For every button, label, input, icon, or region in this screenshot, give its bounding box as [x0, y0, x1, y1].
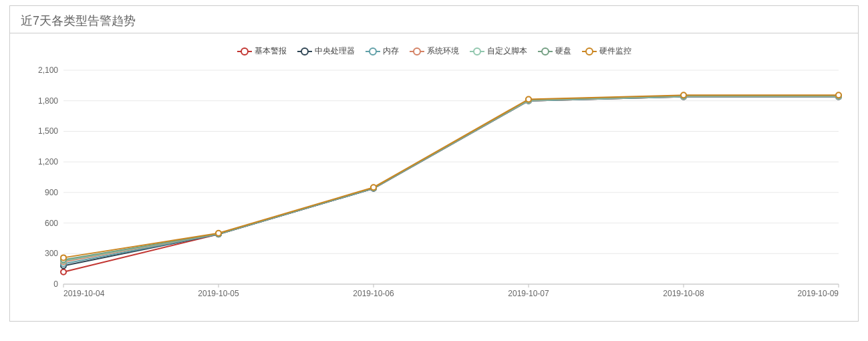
series-point[interactable] [836, 92, 841, 98]
chart-area: 基本警报中央处理器内存系统环境自定义脚本硬盘硬件监控 03006009001,2… [10, 33, 858, 321]
legend-label: 基本警报 [255, 45, 287, 57]
series-line-4 [63, 96, 839, 261]
legend-item-6[interactable]: 硬件监控 [582, 45, 631, 57]
y-tick-label: 1,800 [38, 96, 58, 106]
series-point[interactable] [61, 269, 66, 275]
line-chart: 03006009001,2001,5001,8002,1002019-10-04… [10, 57, 852, 311]
y-tick-label: 2,100 [38, 66, 58, 75]
card-title: 近7天各类型告警趋势 [10, 6, 858, 33]
legend-label: 中央处理器 [315, 45, 355, 57]
legend-label: 系统环境 [427, 45, 459, 57]
legend-item-2[interactable]: 内存 [366, 45, 399, 57]
x-tick-label: 2019-10-09 [798, 289, 839, 298]
legend-swatch-icon [582, 48, 597, 55]
legend-item-0[interactable]: 基本警报 [237, 45, 287, 57]
legend-swatch-icon [297, 48, 312, 55]
legend-item-4[interactable]: 自定义脚本 [470, 45, 527, 57]
series-line-5 [63, 96, 839, 259]
chart-legend: 基本警报中央处理器内存系统环境自定义脚本硬盘硬件监控 [10, 33, 858, 57]
legend-item-3[interactable]: 系统环境 [410, 45, 459, 57]
series-point[interactable] [216, 231, 221, 236]
series-point[interactable] [371, 185, 376, 190]
legend-swatch-icon [410, 48, 424, 55]
legend-swatch-icon [470, 48, 484, 55]
series-line-6 [63, 95, 839, 257]
x-tick-label: 2019-10-05 [198, 289, 239, 298]
series-point[interactable] [681, 92, 686, 98]
series-point[interactable] [61, 255, 66, 260]
y-tick-label: 900 [45, 188, 58, 197]
chart-card: 近7天各类型告警趋势 基本警报中央处理器内存系统环境自定义脚本硬盘硬件监控 03… [9, 5, 859, 322]
legend-label: 自定义脚本 [487, 45, 527, 57]
y-tick-label: 1,200 [38, 157, 58, 166]
legend-label: 内存 [383, 45, 399, 57]
y-tick-label: 300 [45, 249, 58, 258]
legend-swatch-icon [538, 48, 553, 55]
x-tick-label: 2019-10-08 [663, 289, 704, 298]
legend-label: 硬盘 [555, 45, 571, 57]
y-tick-label: 1,500 [38, 126, 58, 136]
legend-item-5[interactable]: 硬盘 [538, 45, 571, 57]
y-tick-label: 600 [45, 219, 58, 228]
series-line-0 [63, 97, 839, 272]
x-tick-label: 2019-10-07 [508, 289, 549, 298]
series-line-3 [63, 96, 839, 262]
series-point[interactable] [526, 96, 531, 102]
y-tick-label: 0 [53, 279, 58, 289]
legend-label: 硬件监控 [599, 45, 631, 57]
legend-swatch-icon [366, 48, 380, 55]
x-tick-label: 2019-10-06 [353, 289, 394, 298]
legend-swatch-icon [237, 48, 252, 55]
legend-item-1[interactable]: 中央处理器 [297, 45, 355, 57]
x-tick-label: 2019-10-04 [63, 289, 105, 298]
